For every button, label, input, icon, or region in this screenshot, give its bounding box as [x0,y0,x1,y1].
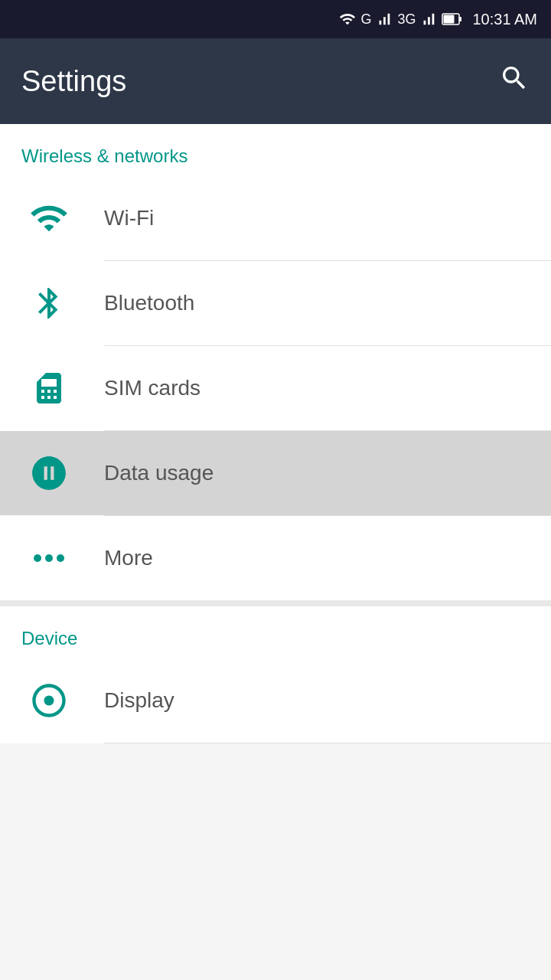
sim-icon [21,370,77,407]
sim-cards-label: SIM cards [104,376,201,400]
display-divider [104,743,551,743]
g-signal-icon: G [360,11,371,28]
more-item[interactable]: More [0,516,551,600]
data-usage-label: Data usage [104,461,214,485]
search-button[interactable] [499,63,530,100]
data-usage-item[interactable]: Data usage [0,431,551,515]
wifi-label: Wi-Fi [104,206,154,230]
battery-icon [442,11,463,28]
display-label: Display [104,688,174,713]
wifi-icon [21,198,77,238]
3g-label: 3G [397,11,416,28]
status-time: 10:31 AM [472,11,537,28]
display-icon [21,681,77,720]
display-item[interactable]: Display [0,658,551,743]
more-icon [21,554,77,562]
svg-rect-1 [459,17,461,21]
signal-bars-icon [376,11,393,28]
page-title: Settings [21,65,126,98]
wireless-section-header: Wireless & networks [0,124,551,176]
status-icons: G 3G 10:31 AM [339,11,537,28]
more-label: More [104,546,153,570]
3g-signal-icon [420,11,437,28]
wireless-section-title: Wireless & networks [21,145,187,166]
device-section-header: Device [0,606,551,658]
svg-rect-2 [444,15,455,24]
settings-content: Wireless & networks Wi-Fi Bluetooth SIM … [0,124,551,743]
wifi-item[interactable]: Wi-Fi [0,176,551,260]
sim-cards-item[interactable]: SIM cards [0,346,551,430]
status-bar: G 3G 10:31 AM [0,0,551,38]
data-usage-icon [21,453,77,493]
bluetooth-item[interactable]: Bluetooth [0,261,551,345]
toolbar: Settings [0,38,551,124]
device-section-title: Device [21,628,77,648]
bluetooth-label: Bluetooth [104,291,194,315]
wifi-status-icon [339,11,356,28]
bluetooth-icon [21,285,77,322]
section-divider [0,600,551,606]
